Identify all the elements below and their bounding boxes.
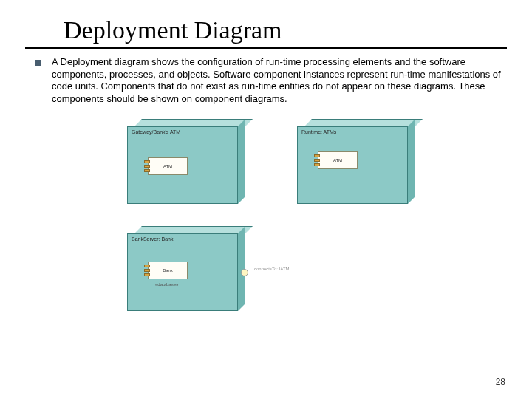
connector-horizontal <box>247 273 349 273</box>
deployment-diagram: Gateway/Bank's ATM ATM Runtime: ATMs ATM… <box>112 119 430 318</box>
component-label: Bank <box>149 262 187 274</box>
component-prongs-icon <box>144 160 149 174</box>
node-label: Gateway/Bank's ATM <box>132 129 180 134</box>
description-paragraph: A Deployment diagram shows the configura… <box>52 56 507 106</box>
component-atm: ATM <box>318 151 358 169</box>
component-label: ATM <box>149 158 187 170</box>
page-number: 28 <box>496 377 505 387</box>
square-bullet-icon <box>35 60 41 66</box>
node-label: Runtime: ATMs <box>301 129 336 134</box>
node-top-face <box>304 119 423 126</box>
node-top-face <box>134 226 253 233</box>
interface-label: connectsTo: IATM <box>254 267 290 271</box>
node-side-face <box>238 119 245 204</box>
component-prongs-icon <box>314 154 318 168</box>
bullet-row: A Deployment diagram shows the configura… <box>35 56 507 106</box>
node-gateway-atm: Gateway/Bank's ATM ATM <box>127 119 245 204</box>
title-underline <box>25 47 507 49</box>
node-label: BankServer: Bank <box>132 236 173 242</box>
node-side-face <box>408 119 415 204</box>
body-content: A Deployment diagram shows the configura… <box>0 56 532 318</box>
node-top-face <box>134 119 253 126</box>
component-prongs-icon <box>144 265 149 278</box>
connector-horizontal <box>188 273 241 273</box>
component-bank: Bank <box>148 262 188 279</box>
connector-vertical <box>349 205 349 273</box>
page-title: Deployment Diagram <box>64 16 532 44</box>
component-stereotype: «database» <box>155 282 178 287</box>
node-bank-server: BankServer: Bank Bank «database» <box>127 226 245 311</box>
component-atm: ATM <box>148 157 188 175</box>
connector-vertical <box>185 205 185 233</box>
node-runtime-atms: Runtime: ATMs ATM <box>297 119 415 204</box>
component-label: ATM <box>318 152 357 164</box>
interface-lollipop-icon <box>241 269 248 276</box>
